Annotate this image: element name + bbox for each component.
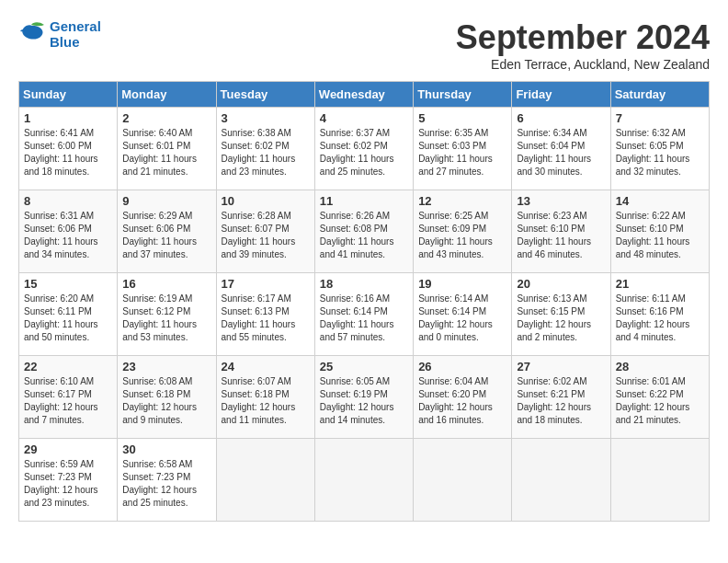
day-info: Sunrise: 6:29 AMSunset: 6:06 PMDaylight:…: [122, 210, 210, 261]
day-info: Sunrise: 6:08 AMSunset: 6:18 PMDaylight:…: [122, 375, 210, 427]
week-row-1: 1Sunrise: 6:41 AMSunset: 6:00 PMDaylight…: [19, 108, 710, 190]
day-info: Sunrise: 6:35 AMSunset: 6:03 PMDaylight:…: [418, 127, 506, 178]
day-number: 27: [517, 360, 605, 373]
day-number: 22: [24, 360, 112, 373]
day-number: 15: [24, 277, 112, 291]
day-number: 14: [616, 194, 704, 208]
day-number: 1: [24, 111, 112, 125]
day-number: 13: [517, 194, 605, 208]
day-cell: 14Sunrise: 6:22 AMSunset: 6:10 PMDayligh…: [610, 190, 709, 273]
day-cell: 13Sunrise: 6:23 AMSunset: 6:10 PMDayligh…: [512, 190, 610, 273]
day-cell: 27Sunrise: 6:02 AMSunset: 6:21 PMDayligh…: [512, 356, 610, 439]
header-day-thursday: Thursday: [414, 82, 512, 108]
day-number: 24: [222, 360, 310, 373]
day-cell: [512, 439, 610, 522]
day-cell: 18Sunrise: 6:16 AMSunset: 6:14 PMDayligh…: [314, 273, 413, 356]
day-info: Sunrise: 6:22 AMSunset: 6:10 PMDaylight:…: [616, 210, 704, 261]
day-cell: 8Sunrise: 6:31 AMSunset: 6:06 PMDaylight…: [19, 190, 118, 273]
day-cell: 12Sunrise: 6:25 AMSunset: 6:09 PMDayligh…: [414, 190, 512, 273]
title-section: September 2024 Eden Terrace, Auckland, N…: [456, 18, 710, 72]
day-info: Sunrise: 6:20 AMSunset: 6:11 PMDaylight:…: [24, 293, 112, 344]
day-number: 20: [517, 277, 605, 291]
day-cell: 26Sunrise: 6:04 AMSunset: 6:20 PMDayligh…: [414, 356, 512, 439]
header-day-tuesday: Tuesday: [216, 82, 314, 108]
header-day-sunday: Sunday: [19, 82, 118, 108]
day-cell: 2Sunrise: 6:40 AMSunset: 6:01 PMDaylight…: [118, 108, 216, 190]
header-day-wednesday: Wednesday: [314, 82, 413, 108]
day-info: Sunrise: 6:59 AMSunset: 7:23 PMDaylight:…: [24, 458, 112, 510]
day-number: 23: [122, 360, 210, 373]
day-cell: 29Sunrise: 6:59 AMSunset: 7:23 PMDayligh…: [19, 439, 118, 522]
day-number: 21: [616, 277, 704, 291]
day-info: Sunrise: 6:25 AMSunset: 6:09 PMDaylight:…: [418, 210, 506, 261]
day-cell: [610, 439, 709, 522]
header-day-saturday: Saturday: [610, 82, 709, 108]
day-cell: [414, 439, 512, 522]
day-cell: 17Sunrise: 6:17 AMSunset: 6:13 PMDayligh…: [216, 273, 314, 356]
day-number: 11: [320, 194, 408, 208]
week-row-2: 8Sunrise: 6:31 AMSunset: 6:06 PMDaylight…: [19, 190, 710, 273]
day-cell: 20Sunrise: 6:13 AMSunset: 6:15 PMDayligh…: [512, 273, 610, 356]
day-cell: 23Sunrise: 6:08 AMSunset: 6:18 PMDayligh…: [118, 356, 216, 439]
week-row-3: 15Sunrise: 6:20 AMSunset: 6:11 PMDayligh…: [19, 273, 710, 356]
day-cell: [216, 439, 314, 522]
day-cell: 11Sunrise: 6:26 AMSunset: 6:08 PMDayligh…: [314, 190, 413, 273]
day-info: Sunrise: 6:26 AMSunset: 6:08 PMDaylight:…: [320, 210, 408, 261]
day-info: Sunrise: 6:28 AMSunset: 6:07 PMDaylight:…: [222, 210, 310, 261]
header: General Blue September 2024 Eden Terrace…: [18, 18, 710, 72]
header-row: SundayMondayTuesdayWednesdayThursdayFrid…: [19, 82, 710, 108]
day-info: Sunrise: 6:40 AMSunset: 6:01 PMDaylight:…: [122, 127, 210, 178]
day-info: Sunrise: 6:01 AMSunset: 6:22 PMDaylight:…: [616, 375, 704, 427]
day-number: 6: [517, 111, 605, 125]
day-cell: 30Sunrise: 6:58 AMSunset: 7:23 PMDayligh…: [118, 439, 216, 522]
location: Eden Terrace, Auckland, New Zealand: [456, 57, 710, 72]
day-cell: 22Sunrise: 6:10 AMSunset: 6:17 PMDayligh…: [19, 356, 118, 439]
week-row-4: 22Sunrise: 6:10 AMSunset: 6:17 PMDayligh…: [19, 356, 710, 439]
day-number: 28: [616, 360, 704, 373]
day-cell: 6Sunrise: 6:34 AMSunset: 6:04 PMDaylight…: [512, 108, 610, 190]
week-row-5: 29Sunrise: 6:59 AMSunset: 7:23 PMDayligh…: [19, 439, 710, 522]
day-cell: 3Sunrise: 6:38 AMSunset: 6:02 PMDaylight…: [216, 108, 314, 190]
day-info: Sunrise: 6:41 AMSunset: 6:00 PMDaylight:…: [24, 127, 112, 178]
day-number: 2: [122, 111, 210, 125]
day-number: 4: [320, 111, 408, 125]
day-cell: 19Sunrise: 6:14 AMSunset: 6:14 PMDayligh…: [414, 273, 512, 356]
day-info: Sunrise: 6:02 AMSunset: 6:21 PMDaylight:…: [517, 375, 605, 427]
day-number: 5: [418, 111, 506, 125]
header-day-monday: Monday: [118, 82, 216, 108]
day-cell: 28Sunrise: 6:01 AMSunset: 6:22 PMDayligh…: [610, 356, 709, 439]
day-info: Sunrise: 6:05 AMSunset: 6:19 PMDaylight:…: [320, 375, 408, 427]
day-number: 25: [320, 360, 408, 373]
day-number: 10: [222, 194, 310, 208]
day-number: 19: [418, 277, 506, 291]
day-info: Sunrise: 6:13 AMSunset: 6:15 PMDaylight:…: [517, 293, 605, 344]
day-number: 18: [320, 277, 408, 291]
day-info: Sunrise: 6:14 AMSunset: 6:14 PMDaylight:…: [418, 293, 506, 344]
day-info: Sunrise: 6:07 AMSunset: 6:18 PMDaylight:…: [222, 375, 310, 427]
day-number: 12: [418, 194, 506, 208]
day-info: Sunrise: 6:58 AMSunset: 7:23 PMDaylight:…: [122, 458, 210, 510]
day-info: Sunrise: 6:19 AMSunset: 6:12 PMDaylight:…: [122, 293, 210, 344]
day-info: Sunrise: 6:23 AMSunset: 6:10 PMDaylight:…: [517, 210, 605, 261]
day-number: 7: [616, 111, 704, 125]
day-cell: 24Sunrise: 6:07 AMSunset: 6:18 PMDayligh…: [216, 356, 314, 439]
day-cell: 15Sunrise: 6:20 AMSunset: 6:11 PMDayligh…: [19, 273, 118, 356]
day-cell: 5Sunrise: 6:35 AMSunset: 6:03 PMDaylight…: [414, 108, 512, 190]
day-info: Sunrise: 6:17 AMSunset: 6:13 PMDaylight:…: [222, 293, 310, 344]
day-info: Sunrise: 6:04 AMSunset: 6:20 PMDaylight:…: [418, 375, 506, 427]
day-cell: [314, 439, 413, 522]
day-cell: 1Sunrise: 6:41 AMSunset: 6:00 PMDaylight…: [19, 108, 118, 190]
day-cell: 25Sunrise: 6:05 AMSunset: 6:19 PMDayligh…: [314, 356, 413, 439]
logo-text: General Blue: [50, 18, 101, 50]
day-info: Sunrise: 6:10 AMSunset: 6:17 PMDaylight:…: [24, 375, 112, 427]
logo: General Blue: [18, 18, 101, 50]
day-number: 26: [418, 360, 506, 373]
header-day-friday: Friday: [512, 82, 610, 108]
day-cell: 7Sunrise: 6:32 AMSunset: 6:05 PMDaylight…: [610, 108, 709, 190]
month-title: September 2024: [456, 18, 710, 57]
day-info: Sunrise: 6:16 AMSunset: 6:14 PMDaylight:…: [320, 293, 408, 344]
day-number: 8: [24, 194, 112, 208]
day-info: Sunrise: 6:34 AMSunset: 6:04 PMDaylight:…: [517, 127, 605, 178]
logo-icon: [18, 21, 46, 47]
day-cell: 4Sunrise: 6:37 AMSunset: 6:02 PMDaylight…: [314, 108, 413, 190]
